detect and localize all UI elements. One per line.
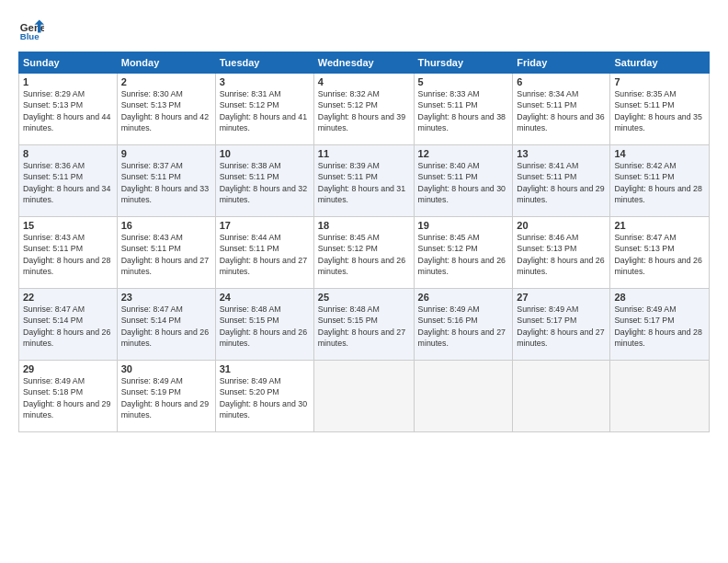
table-row: 21 Sunrise: 8:47 AMSunset: 5:13 PMDaylig…: [610, 217, 710, 289]
table-row: 30 Sunrise: 8:49 AMSunset: 5:19 PMDaylig…: [117, 361, 215, 432]
day-info: Sunrise: 8:39 AMSunset: 5:11 PMDaylight:…: [318, 161, 405, 204]
day-info: Sunrise: 8:45 AMSunset: 5:12 PMDaylight:…: [418, 233, 506, 276]
day-info: Sunrise: 8:45 AMSunset: 5:12 PMDaylight:…: [318, 233, 405, 276]
day-info: Sunrise: 8:36 AMSunset: 5:11 PMDaylight:…: [23, 161, 110, 204]
day-number: 4: [318, 76, 410, 87]
calendar-table: SundayMondayTuesdayWednesdayThursdayFrid…: [18, 52, 710, 432]
table-row: [414, 361, 513, 432]
day-info: Sunrise: 8:37 AMSunset: 5:11 PMDaylight:…: [121, 161, 209, 204]
table-row: 1 Sunrise: 8:29 AMSunset: 5:13 PMDayligh…: [19, 74, 118, 145]
day-number: 23: [121, 292, 211, 303]
day-info: Sunrise: 8:47 AMSunset: 5:14 PMDaylight:…: [121, 304, 209, 348]
day-info: Sunrise: 8:32 AMSunset: 5:12 PMDaylight:…: [318, 89, 405, 132]
table-row: 5 Sunrise: 8:33 AMSunset: 5:11 PMDayligh…: [414, 74, 513, 145]
table-row: [313, 361, 414, 432]
day-info: Sunrise: 8:49 AMSunset: 5:20 PMDaylight:…: [220, 376, 307, 419]
table-row: 31 Sunrise: 8:49 AMSunset: 5:20 PMDaylig…: [215, 361, 313, 432]
table-row: 12 Sunrise: 8:40 AMSunset: 5:11 PMDaylig…: [414, 145, 513, 217]
table-row: 18 Sunrise: 8:45 AMSunset: 5:12 PMDaylig…: [313, 217, 414, 289]
table-row: 20 Sunrise: 8:46 AMSunset: 5:13 PMDaylig…: [513, 217, 610, 289]
table-row: 23 Sunrise: 8:47 AMSunset: 5:14 PMDaylig…: [117, 289, 215, 361]
table-row: 24 Sunrise: 8:48 AMSunset: 5:15 PMDaylig…: [215, 289, 313, 361]
day-info: Sunrise: 8:49 AMSunset: 5:17 PMDaylight:…: [614, 304, 701, 348]
table-row: 13 Sunrise: 8:41 AMSunset: 5:11 PMDaylig…: [513, 145, 610, 217]
day-info: Sunrise: 8:43 AMSunset: 5:11 PMDaylight:…: [121, 233, 209, 276]
day-number: 20: [517, 220, 606, 231]
day-info: Sunrise: 8:42 AMSunset: 5:11 PMDaylight:…: [614, 161, 701, 204]
day-info: Sunrise: 8:29 AMSunset: 5:13 PMDaylight:…: [23, 89, 110, 132]
table-row: 17 Sunrise: 8:44 AMSunset: 5:11 PMDaylig…: [215, 217, 313, 289]
day-info: Sunrise: 8:44 AMSunset: 5:11 PMDaylight:…: [220, 233, 307, 276]
table-row: 26 Sunrise: 8:49 AMSunset: 5:16 PMDaylig…: [414, 289, 513, 361]
table-row: [610, 361, 710, 432]
day-info: Sunrise: 8:49 AMSunset: 5:16 PMDaylight:…: [418, 304, 506, 348]
day-info: Sunrise: 8:31 AMSunset: 5:12 PMDaylight:…: [220, 89, 307, 132]
day-number: 10: [220, 148, 310, 159]
header: General Blue: [18, 17, 710, 42]
day-info: Sunrise: 8:49 AMSunset: 5:19 PMDaylight:…: [121, 376, 209, 419]
day-number: 18: [318, 220, 410, 231]
table-row: 11 Sunrise: 8:39 AMSunset: 5:11 PMDaylig…: [313, 145, 414, 217]
day-info: Sunrise: 8:43 AMSunset: 5:11 PMDaylight:…: [23, 233, 110, 276]
table-row: 25 Sunrise: 8:48 AMSunset: 5:15 PMDaylig…: [313, 289, 414, 361]
col-header-tuesday: Tuesday: [215, 52, 313, 74]
logo-icon: General Blue: [18, 17, 44, 42]
table-row: 3 Sunrise: 8:31 AMSunset: 5:12 PMDayligh…: [215, 74, 313, 145]
day-number: 2: [121, 76, 211, 87]
table-row: 4 Sunrise: 8:32 AMSunset: 5:12 PMDayligh…: [313, 74, 414, 145]
table-row: 28 Sunrise: 8:49 AMSunset: 5:17 PMDaylig…: [610, 289, 710, 361]
day-number: 15: [23, 220, 113, 231]
day-number: 25: [318, 292, 410, 303]
day-number: 19: [418, 220, 509, 231]
table-row: 2 Sunrise: 8:30 AMSunset: 5:13 PMDayligh…: [117, 74, 215, 145]
table-row: 9 Sunrise: 8:37 AMSunset: 5:11 PMDayligh…: [117, 145, 215, 217]
day-number: 22: [23, 292, 113, 303]
col-header-thursday: Thursday: [414, 52, 513, 74]
table-row: [513, 361, 610, 432]
day-number: 3: [220, 76, 310, 87]
day-number: 7: [614, 76, 705, 87]
day-number: 17: [220, 220, 310, 231]
day-info: Sunrise: 8:34 AMSunset: 5:11 PMDaylight:…: [517, 89, 604, 132]
day-number: 16: [121, 220, 211, 231]
col-header-sunday: Sunday: [19, 52, 118, 74]
day-number: 28: [614, 292, 705, 303]
table-row: 27 Sunrise: 8:49 AMSunset: 5:17 PMDaylig…: [513, 289, 610, 361]
day-info: Sunrise: 8:35 AMSunset: 5:11 PMDaylight:…: [614, 89, 701, 132]
day-info: Sunrise: 8:47 AMSunset: 5:13 PMDaylight:…: [614, 233, 701, 276]
col-header-monday: Monday: [117, 52, 215, 74]
col-header-saturday: Saturday: [610, 52, 710, 74]
table-row: 15 Sunrise: 8:43 AMSunset: 5:11 PMDaylig…: [19, 217, 118, 289]
day-number: 6: [517, 76, 606, 87]
day-number: 13: [517, 148, 606, 159]
day-number: 14: [614, 148, 705, 159]
day-number: 12: [418, 148, 509, 159]
day-number: 30: [121, 363, 211, 374]
day-info: Sunrise: 8:47 AMSunset: 5:14 PMDaylight:…: [23, 304, 110, 348]
svg-text:Blue: Blue: [20, 31, 40, 41]
day-info: Sunrise: 8:33 AMSunset: 5:11 PMDaylight:…: [418, 89, 506, 132]
col-header-wednesday: Wednesday: [313, 52, 414, 74]
day-number: 29: [23, 363, 113, 374]
day-number: 9: [121, 148, 211, 159]
table-row: 6 Sunrise: 8:34 AMSunset: 5:11 PMDayligh…: [513, 74, 610, 145]
day-info: Sunrise: 8:40 AMSunset: 5:11 PMDaylight:…: [418, 161, 506, 204]
day-info: Sunrise: 8:41 AMSunset: 5:11 PMDaylight:…: [517, 161, 604, 204]
table-row: 22 Sunrise: 8:47 AMSunset: 5:14 PMDaylig…: [19, 289, 118, 361]
col-header-friday: Friday: [513, 52, 610, 74]
day-info: Sunrise: 8:38 AMSunset: 5:11 PMDaylight:…: [220, 161, 307, 204]
day-info: Sunrise: 8:48 AMSunset: 5:15 PMDaylight:…: [220, 304, 307, 348]
day-number: 27: [517, 292, 606, 303]
table-row: 14 Sunrise: 8:42 AMSunset: 5:11 PMDaylig…: [610, 145, 710, 217]
table-row: 16 Sunrise: 8:43 AMSunset: 5:11 PMDaylig…: [117, 217, 215, 289]
day-info: Sunrise: 8:46 AMSunset: 5:13 PMDaylight:…: [517, 233, 604, 276]
day-number: 26: [418, 292, 509, 303]
day-number: 21: [614, 220, 705, 231]
logo: General Blue: [18, 17, 44, 42]
day-number: 8: [23, 148, 113, 159]
day-info: Sunrise: 8:49 AMSunset: 5:18 PMDaylight:…: [23, 376, 110, 419]
day-info: Sunrise: 8:30 AMSunset: 5:13 PMDaylight:…: [121, 89, 209, 132]
table-row: 7 Sunrise: 8:35 AMSunset: 5:11 PMDayligh…: [610, 74, 710, 145]
day-number: 5: [418, 76, 509, 87]
table-row: 19 Sunrise: 8:45 AMSunset: 5:12 PMDaylig…: [414, 217, 513, 289]
